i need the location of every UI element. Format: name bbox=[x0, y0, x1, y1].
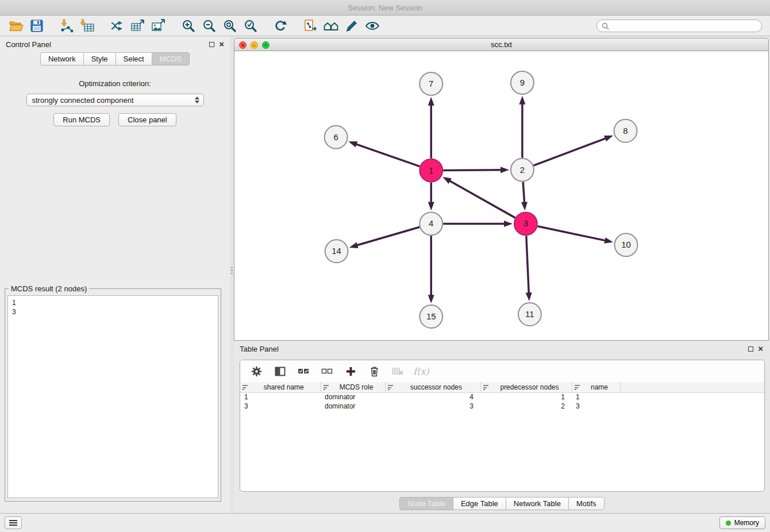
vertical-splitter[interactable] bbox=[230, 36, 234, 513]
tab-edge-table[interactable]: Edge Table bbox=[453, 497, 506, 510]
graph-node-2[interactable]: 2 bbox=[511, 159, 534, 182]
table-cell[interactable]: 3 bbox=[572, 402, 620, 411]
run-mcds-button[interactable]: Run MCDS bbox=[53, 113, 110, 126]
show-columns-button[interactable] bbox=[273, 364, 287, 378]
graph-edge-3-10[interactable] bbox=[537, 226, 606, 241]
svg-text:2: 2 bbox=[520, 165, 525, 175]
export-table-button[interactable] bbox=[128, 17, 148, 34]
tab-node-table[interactable]: Node Table bbox=[399, 497, 453, 510]
graph-node-10[interactable]: 10 bbox=[615, 233, 638, 256]
graph-edge-arrowhead bbox=[428, 295, 434, 303]
search-field[interactable] bbox=[596, 20, 762, 32]
close-panel-button[interactable]: Close panel bbox=[118, 113, 176, 126]
graph-node-1[interactable]: 1 bbox=[419, 159, 442, 182]
table-cell[interactable]: 2 bbox=[480, 402, 572, 411]
first-neighbors-button[interactable] bbox=[321, 17, 341, 34]
tab-select[interactable]: Select bbox=[116, 52, 152, 65]
show-hide-button[interactable] bbox=[362, 17, 383, 34]
delete-columns-button[interactable] bbox=[367, 364, 381, 378]
network-window-titlebar[interactable]: × − + scc.txt bbox=[234, 38, 769, 51]
refresh-view-button[interactable] bbox=[270, 17, 291, 34]
import-network-button[interactable] bbox=[56, 17, 77, 34]
sort-icon bbox=[242, 385, 248, 390]
graph-edge-4-14[interactable] bbox=[356, 227, 419, 245]
close-window-icon[interactable]: × bbox=[239, 41, 247, 49]
open-session-button[interactable] bbox=[6, 17, 26, 34]
graph-edge-1-6[interactable] bbox=[355, 144, 420, 167]
column-header-shared-name[interactable]: shared name bbox=[240, 382, 321, 392]
graph-node-8[interactable]: 8 bbox=[614, 119, 637, 142]
table-panel-header: Table Panel × bbox=[234, 341, 770, 357]
add-column-button[interactable] bbox=[344, 364, 357, 378]
network-canvas[interactable]: 1234678910111415 bbox=[234, 51, 769, 341]
table-row[interactable]: 1dominator411 bbox=[240, 392, 764, 402]
table-cell[interactable]: 1 bbox=[480, 392, 572, 402]
zoom-in-button[interactable] bbox=[178, 17, 199, 34]
network-tools-button[interactable] bbox=[107, 17, 128, 34]
table-cell[interactable]: 1 bbox=[572, 392, 620, 402]
apply-style-button[interactable] bbox=[341, 17, 362, 34]
export-image-button[interactable] bbox=[148, 17, 169, 34]
graph-node-9[interactable]: 9 bbox=[511, 71, 534, 94]
table-row[interactable]: 3dominator323 bbox=[240, 402, 764, 411]
table-cell[interactable]: 1 bbox=[240, 392, 321, 402]
tab-network-table[interactable]: Network Table bbox=[506, 497, 569, 510]
tab-mcds[interactable]: MCDS bbox=[152, 52, 190, 65]
graph-node-15[interactable]: 15 bbox=[419, 305, 442, 328]
column-header-predecessor-nodes[interactable]: predecessor nodes bbox=[480, 382, 572, 392]
graph-edge-3-11[interactable] bbox=[526, 236, 529, 294]
graph-edge-arrowhead bbox=[604, 237, 613, 244]
unselect-all-columns-button[interactable] bbox=[320, 364, 334, 378]
graph-node-11[interactable]: 11 bbox=[518, 303, 541, 326]
float-panel-icon[interactable] bbox=[209, 42, 214, 47]
optimization-select[interactable]: strongly connected component bbox=[26, 94, 204, 106]
table-cell[interactable]: dominator bbox=[321, 392, 385, 402]
graph-edge-2-8[interactable] bbox=[533, 138, 606, 165]
table-panel: Table Panel × bbox=[234, 341, 770, 513]
import-table-button[interactable] bbox=[77, 17, 98, 34]
mcds-result-list[interactable]: 13 bbox=[7, 295, 218, 498]
zoom-fit-icon bbox=[223, 19, 237, 33]
graph-edge-arrowhead bbox=[428, 202, 434, 210]
zoom-out-button[interactable] bbox=[199, 17, 220, 34]
close-table-panel-icon[interactable]: × bbox=[758, 346, 763, 352]
maximize-window-icon[interactable]: + bbox=[262, 41, 270, 49]
table-cell[interactable]: dominator bbox=[321, 402, 385, 411]
task-history-button[interactable] bbox=[5, 516, 22, 529]
memory-indicator-dot bbox=[726, 521, 731, 526]
graph-edge-1-2[interactable] bbox=[443, 170, 502, 171]
tab-motifs[interactable]: Motifs bbox=[568, 497, 605, 510]
table-cell[interactable]: 3 bbox=[385, 402, 480, 411]
refresh-icon bbox=[274, 19, 287, 33]
graph-node-3[interactable]: 3 bbox=[514, 212, 537, 235]
graph-edge-3-1[interactable] bbox=[449, 180, 515, 218]
graph-node-14[interactable]: 14 bbox=[325, 240, 348, 263]
table-cell[interactable]: 4 bbox=[385, 392, 480, 402]
minimize-window-icon[interactable]: − bbox=[251, 41, 258, 49]
delete-table-button[interactable] bbox=[391, 364, 405, 378]
graph-node-6[interactable]: 6 bbox=[325, 126, 348, 149]
import-table-icon bbox=[80, 19, 95, 33]
graph-node-4[interactable]: 4 bbox=[419, 212, 442, 235]
save-session-button[interactable] bbox=[26, 17, 47, 34]
function-builder-button[interactable]: f(x) bbox=[414, 364, 428, 378]
memory-button[interactable]: Memory bbox=[719, 516, 765, 529]
svg-text:6: 6 bbox=[333, 132, 338, 142]
tab-network[interactable]: Network bbox=[40, 52, 84, 65]
close-panel-icon[interactable]: × bbox=[219, 41, 224, 47]
zoom-selected-button[interactable] bbox=[240, 17, 261, 34]
float-table-panel-icon[interactable] bbox=[748, 346, 753, 352]
copy-network-view-button[interactable] bbox=[300, 17, 321, 34]
control-panel-header: Control Panel × bbox=[0, 36, 230, 52]
table-cell[interactable]: 3 bbox=[240, 402, 321, 411]
column-header-name[interactable]: name bbox=[572, 382, 620, 392]
column-header-successor-nodes[interactable]: successor nodes bbox=[385, 382, 480, 392]
table-settings-button[interactable] bbox=[249, 364, 263, 378]
zoom-fit-button[interactable] bbox=[220, 17, 240, 34]
column-header-MCDS-role[interactable]: MCDS role bbox=[321, 382, 385, 392]
graph-edge-2-3[interactable] bbox=[523, 182, 524, 204]
search-input[interactable] bbox=[612, 22, 757, 30]
tab-style[interactable]: Style bbox=[83, 52, 116, 65]
select-all-columns-button[interactable] bbox=[297, 364, 310, 378]
graph-node-7[interactable]: 7 bbox=[419, 72, 442, 95]
